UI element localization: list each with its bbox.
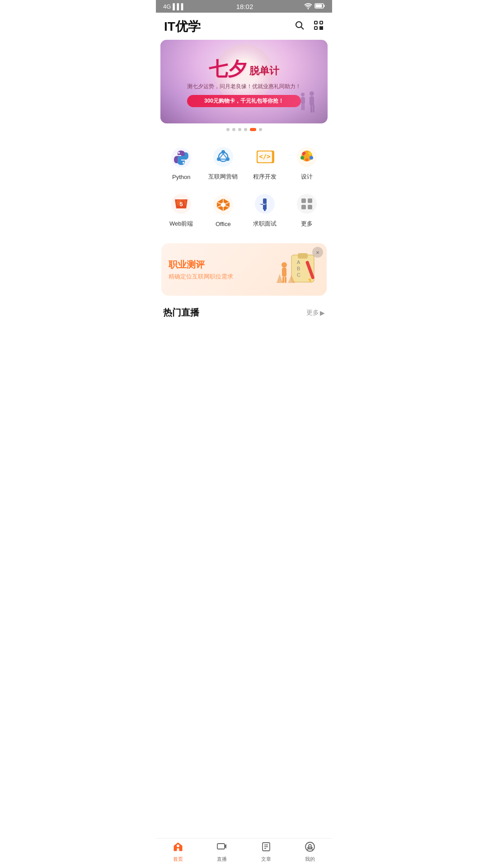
svg-point-51 [297,194,317,214]
interview-icon [253,192,277,216]
office-label: Office [216,221,231,227]
category-marketing[interactable]: 互联网营销 [202,139,244,186]
app-title: IT优学 [164,18,201,35]
nav-mine[interactable]: 我的 [296,841,324,863]
programming-label: 程序开发 [253,173,277,181]
nav-home[interactable]: 首页 [164,841,192,863]
web-label: Web前端 [169,220,193,228]
category-grid: Python 互联网营销 </> [156,134,332,239]
svg-rect-15 [313,104,314,113]
category-web[interactable]: 5 Web前端 [160,186,202,233]
category-interview[interactable]: 求职面试 [244,186,286,233]
system-icons [304,3,325,10]
svg-text:</>: </> [259,153,271,160]
career-assessment-banner[interactable]: 职业测评 精确定位互联网职位需求 A B C × [161,243,327,296]
svg-point-42 [304,153,310,159]
svg-point-22 [183,162,184,164]
programming-icon: </> [253,145,277,169]
live-icon [216,841,227,855]
promo-title: 职业测评 [169,259,274,271]
mine-icon [305,841,315,855]
svg-rect-52 [301,198,306,203]
category-office[interactable]: Office [202,186,244,233]
svg-point-21 [178,152,180,154]
svg-point-77 [309,844,311,847]
svg-rect-6 [320,21,323,24]
svg-point-76 [305,842,314,851]
svg-rect-50 [264,208,266,211]
category-design[interactable]: 设计 [286,139,328,186]
svg-rect-11 [322,28,323,29]
more-label: 更多 [301,220,313,228]
svg-rect-64 [282,268,286,277]
more-arrow-icon: ▶ [320,309,325,316]
marketing-label: 互联网营销 [208,173,238,181]
battery-icon [315,3,325,10]
svg-point-69 [177,844,179,847]
signal-area: 4G ▌▌▌ [163,3,185,10]
svg-rect-5 [314,21,317,24]
promo-close-button[interactable]: × [312,247,323,258]
office-icon [211,193,235,217]
svg-marker-67 [277,274,283,283]
header-icons [294,20,324,33]
banner-title: 七夕 脱单计 [187,57,301,82]
svg-point-27 [217,157,221,161]
dot-1[interactable] [226,128,230,131]
more-icon [295,192,319,216]
svg-rect-14 [310,104,312,113]
article-label: 文章 [261,856,271,863]
dot-2[interactable] [232,128,235,131]
svg-text:B: B [297,266,300,271]
nav-article[interactable]: 文章 [253,841,280,863]
mine-label: 我的 [305,856,315,863]
python-label: Python [172,174,190,180]
category-python[interactable]: Python [160,139,202,186]
design-icon [295,145,319,169]
design-label: 设计 [301,173,313,181]
svg-rect-66 [285,277,286,283]
svg-rect-48 [263,198,267,204]
banner-content: 七夕 脱单计 测七夕运势，问月老良缘！优就业惠礼同助力！ 300元购物卡，千元礼… [187,57,301,107]
dot-5-active[interactable] [250,128,256,131]
dot-4[interactable] [244,128,247,131]
svg-text:5: 5 [180,201,183,208]
svg-point-25 [221,150,225,154]
svg-point-79 [308,847,309,848]
search-button[interactable] [294,20,305,33]
banner-subtitle: 测七夕运势，问月老良缘！优就业惠礼同助力！ [187,83,301,90]
python-icon [169,146,193,170]
dot-6[interactable] [259,128,262,131]
banner-dots [156,128,332,131]
svg-point-3 [296,22,302,28]
svg-rect-18 [301,104,303,110]
category-more[interactable]: 更多 [286,186,328,233]
hot-live-header: 热门直播 更多 ▶ [156,300,332,322]
svg-rect-57 [298,253,308,259]
svg-rect-7 [314,27,317,29]
svg-point-39 [300,156,304,160]
svg-point-23 [213,147,233,167]
bottom-nav: 首页 直播 文章 [156,838,332,868]
live-label: 直播 [217,856,227,863]
svg-rect-8 [320,27,321,28]
svg-point-78 [306,843,314,851]
top-bar: IT优学 [156,13,332,40]
home-icon [173,841,183,855]
hot-live-more[interactable]: 更多 ▶ [306,309,325,317]
promo-text: 职业测评 精确定位互联网职位需求 [169,259,274,281]
category-programming[interactable]: </> 程序开发 [244,139,286,186]
dot-3[interactable] [238,128,241,131]
promo-banner[interactable]: 七夕 脱单计 测七夕运势，问月老良缘！优就业惠礼同助力！ 300元购物卡，千元礼… [160,40,328,123]
svg-rect-1 [324,5,325,7]
nav-live[interactable]: 直播 [208,841,235,863]
banner-promo: 300元购物卡，千元礼包等你抢！ [187,95,301,107]
promo-illustration: A B C [274,251,319,288]
svg-point-12 [310,91,314,96]
hot-live-title: 热门直播 [163,307,199,319]
scan-button[interactable] [313,20,324,33]
wifi-icon [304,3,312,10]
status-bar: 4G ▌▌▌ 18:02 [156,0,332,13]
web-icon: 5 [169,192,193,216]
svg-text:A: A [297,259,300,265]
